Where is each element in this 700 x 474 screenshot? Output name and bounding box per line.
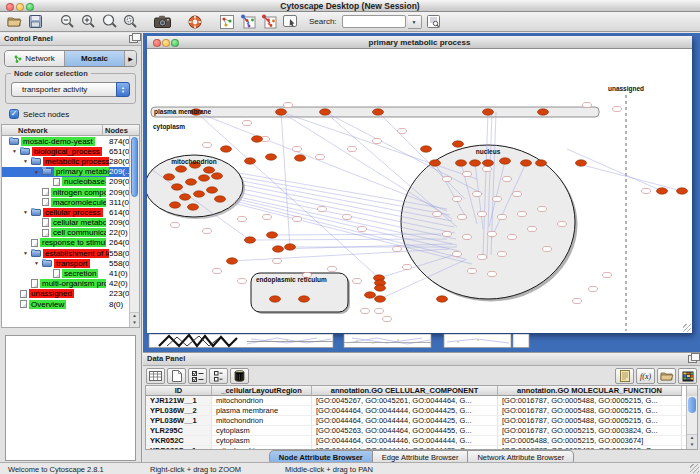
select-nodes-checkbox[interactable]: ✓	[9, 109, 19, 119]
gene-node[interactable]	[203, 142, 212, 147]
attribute-table[interactable]: ID_cellularLayoutRegionannotation.GO CEL…	[145, 385, 698, 450]
search-dropdown-icon[interactable]: ▼	[408, 15, 422, 29]
background-windows[interactable]	[147, 334, 692, 350]
help-icon[interactable]	[185, 13, 204, 30]
selected-gene-node[interactable]	[227, 258, 238, 264]
table-scrollbar-thumb[interactable]	[688, 397, 696, 413]
gene-node[interactable]	[573, 298, 582, 303]
attribute-table-icon[interactable]	[146, 368, 165, 384]
table-column-header[interactable]: annotation.GO MOLECULAR_FUNCTION	[498, 386, 682, 396]
table-column-header[interactable]: _cellularLayoutRegion	[212, 386, 312, 396]
gene-node[interactable]	[443, 231, 452, 236]
selected-gene-node[interactable]	[285, 244, 296, 250]
gene-node[interactable]	[503, 176, 512, 181]
selected-gene-node[interactable]	[373, 109, 384, 115]
gene-node[interactable]	[488, 271, 497, 276]
gene-node[interactable]	[348, 146, 357, 151]
gene-node[interactable]	[284, 102, 293, 107]
table-row[interactable]: YKR052Ccytoplasm[GO:0044464, GO:0044446,…	[146, 436, 697, 446]
tree-row[interactable]: ▼establishment of lo558(0)	[2, 248, 139, 258]
gene-node[interactable]	[398, 128, 407, 133]
tree-row[interactable]: macromolecule311(0)	[2, 197, 139, 207]
gene-node[interactable]	[433, 211, 442, 216]
selected-gene-node[interactable]	[212, 173, 223, 179]
selected-gene-node[interactable]	[199, 175, 210, 181]
gene-node[interactable]	[358, 226, 367, 231]
selected-gene-node[interactable]	[430, 160, 441, 166]
gene-node[interactable]	[453, 251, 462, 256]
tree-row[interactable]: nucleobase-cont209(0)	[2, 177, 139, 187]
selected-gene-node[interactable]	[483, 160, 494, 166]
gene-node[interactable]	[243, 120, 252, 125]
expander-icon[interactable]: ▼	[23, 250, 28, 256]
selected-gene-node[interactable]	[299, 296, 310, 302]
selected-gene-node[interactable]	[245, 237, 256, 243]
selected-gene-node[interactable]	[245, 158, 256, 164]
gene-node[interactable]	[498, 214, 507, 219]
tree-row[interactable]: ▼transport558(0)	[2, 258, 139, 268]
gene-node[interactable]	[238, 278, 247, 283]
table-row[interactable]: YLR295Ccytoplasm[GO:0045263, GO:0044464,…	[146, 426, 697, 436]
gene-node[interactable]	[493, 196, 502, 201]
selected-gene-node[interactable]	[186, 179, 197, 185]
selected-gene-node[interactable]	[500, 158, 511, 164]
tab-mosaic[interactable]: Mosaic	[65, 51, 125, 66]
search-input[interactable]	[342, 15, 406, 28]
gene-node[interactable]	[458, 214, 467, 219]
gene-node[interactable]	[538, 206, 547, 211]
layout-settings-icon[interactable]	[259, 13, 278, 30]
tree-row[interactable]: cell communicati22(0)	[2, 228, 139, 238]
selected-gene-node[interactable]	[437, 296, 448, 302]
table-row[interactable]: YJR121W__1mitochondrion[GO:0045267, GO:0…	[146, 396, 697, 406]
tree-column-nodes[interactable]: Nodes	[103, 125, 139, 135]
gene-node[interactable]	[213, 268, 222, 273]
gene-node[interactable]	[478, 211, 487, 216]
tree-column-network[interactable]: Network	[2, 125, 103, 135]
import-attributes-icon[interactable]	[657, 368, 676, 384]
gene-node[interactable]	[473, 191, 482, 196]
gene-node[interactable]	[273, 258, 282, 263]
attribute-list-icon[interactable]	[209, 368, 228, 384]
gene-node[interactable]	[589, 286, 598, 291]
gene-node[interactable]	[498, 251, 507, 256]
gene-node[interactable]	[463, 234, 472, 239]
tree-scrollbar[interactable]: ▲▼	[129, 136, 139, 327]
selected-gene-node[interactable]	[215, 196, 226, 202]
node-color-dropdown[interactable]: transporter activity ▲▼	[11, 82, 130, 97]
selected-gene-node[interactable]	[252, 136, 263, 142]
selected-gene-node[interactable]	[267, 232, 278, 238]
gene-node[interactable]	[263, 214, 272, 219]
gene-node[interactable]	[468, 268, 477, 273]
table-row[interactable]: YPL036W__2plasma membrane[GO:0044464, GO…	[146, 406, 697, 416]
selected-gene-node[interactable]	[172, 184, 183, 190]
gene-node[interactable]	[583, 102, 592, 107]
attribute-batch-icon[interactable]	[615, 368, 634, 384]
selected-gene-node[interactable]	[207, 187, 218, 193]
gene-node[interactable]	[642, 188, 651, 193]
annotation-select-icon[interactable]	[280, 13, 299, 30]
selected-gene-node[interactable]	[483, 109, 494, 115]
tree-row[interactable]: ▼biological_process651(0)	[2, 146, 139, 156]
selected-gene-node[interactable]	[657, 188, 668, 194]
table-column-header[interactable]: annotation.GO CELLULAR_COMPONENT	[312, 386, 498, 396]
table-row[interactable]: YPL036W__1mitochondrion[GO:0044464, GO:0…	[146, 416, 697, 426]
table-scrollbar[interactable]: ▲▼	[686, 396, 697, 449]
attribute-matrix-icon[interactable]	[678, 368, 697, 384]
selected-gene-node[interactable]	[273, 246, 284, 252]
expander-icon[interactable]: ▼	[12, 148, 17, 154]
selected-gene-node[interactable]	[453, 141, 464, 147]
selected-gene-node[interactable]	[180, 194, 191, 200]
tree-row[interactable]: multi-organism pro42(0)	[2, 279, 139, 289]
open-session-icon[interactable]	[5, 13, 24, 30]
delete-attribute-icon[interactable]	[230, 368, 249, 384]
float-panel-icon[interactable]	[129, 35, 138, 43]
save-session-icon[interactable]	[26, 13, 45, 30]
expander-icon[interactable]: ▼	[34, 169, 39, 175]
selected-gene-node[interactable]	[176, 166, 187, 172]
tree-row[interactable]: ▼cellular process614(0)	[2, 207, 139, 217]
advanced-search-icon[interactable]	[424, 13, 443, 30]
tree-row[interactable]: cellular metabol209(0)	[2, 218, 139, 228]
gene-node[interactable]	[171, 222, 180, 227]
selected-gene-node[interactable]	[194, 191, 205, 197]
selected-gene-node[interactable]	[270, 296, 281, 302]
